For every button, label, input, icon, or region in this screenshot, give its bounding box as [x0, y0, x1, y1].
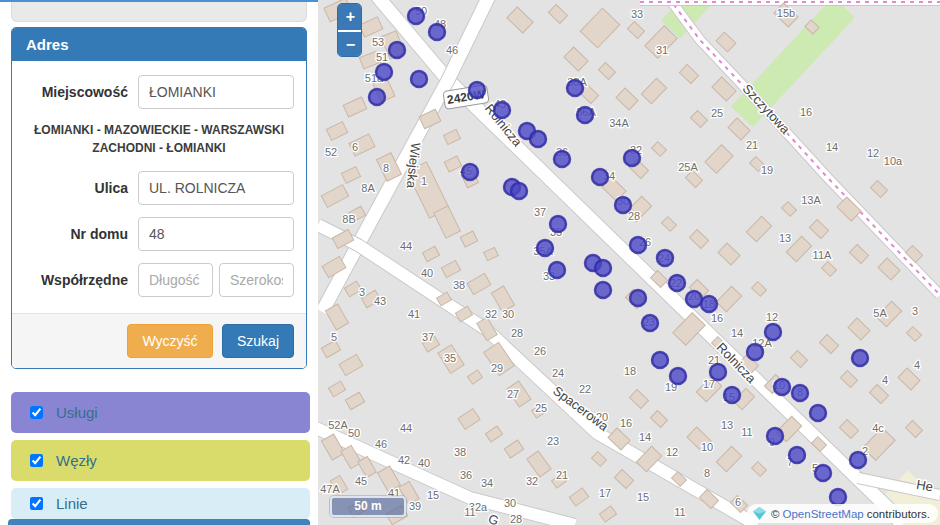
map-marker[interactable] — [686, 291, 702, 307]
house-number-label: 37 — [422, 331, 434, 343]
house-number-label: 21 — [556, 469, 568, 481]
house-number-label: 38 — [453, 279, 465, 291]
map-marker[interactable] — [595, 260, 611, 276]
map-marker[interactable] — [549, 262, 565, 278]
adres-panel: Adres Miejscowość ŁOMIANKI - MAZOWIECKIE… — [11, 27, 307, 369]
map-marker[interactable] — [567, 80, 583, 96]
layer-row-wezly[interactable]: Węzły — [11, 440, 310, 481]
miejscowosc-input[interactable] — [138, 75, 294, 109]
house-number-label: 28 — [510, 513, 522, 525]
house-number-label: 5 — [331, 331, 337, 343]
house-number-label: 33 — [631, 8, 643, 20]
search-button[interactable]: Szukaj — [222, 324, 294, 358]
map-marker[interactable] — [537, 240, 553, 256]
map-marker[interactable] — [595, 282, 611, 298]
map-marker[interactable] — [724, 387, 740, 403]
map-marker[interactable] — [530, 131, 546, 147]
next-panel-header-stub[interactable] — [8, 519, 310, 525]
house-number-label: 12 — [766, 311, 778, 323]
house-number-label: 8B — [342, 213, 355, 225]
map-marker[interactable] — [550, 216, 566, 232]
house-number-label: 1 — [421, 175, 427, 187]
map-marker[interactable] — [630, 237, 646, 253]
map-marker[interactable] — [792, 385, 808, 401]
map-marker[interactable] — [747, 344, 763, 360]
nr-domu-label: Nr domu — [24, 226, 138, 242]
map-marker[interactable] — [830, 489, 846, 505]
house-number-label: 44 — [400, 240, 412, 252]
uslugi-checkbox[interactable] — [30, 406, 43, 419]
map-container[interactable]: 504853514651a52688A8B1454344403834341537… — [318, 0, 940, 525]
dlugosc-input[interactable] — [138, 263, 213, 297]
map-marker[interactable] — [810, 405, 826, 421]
map-marker[interactable] — [577, 107, 593, 123]
adres-panel-body: Miejscowość ŁOMIANKI - MAZOWIECKIE - WAR… — [12, 61, 306, 313]
adres-panel-footer: Wyczyść Szukaj — [12, 313, 306, 368]
house-number-label: 36 — [460, 469, 472, 481]
map-marker[interactable] — [852, 350, 868, 366]
map-marker[interactable] — [642, 315, 658, 331]
map-marker[interactable] — [767, 428, 783, 444]
nr-domu-input[interactable] — [138, 217, 294, 251]
map-marker[interactable] — [624, 150, 640, 166]
openstreetmap-link[interactable]: OpenStreetMap — [783, 508, 864, 520]
map-marker[interactable] — [701, 296, 717, 312]
house-number-label: 14 — [731, 327, 743, 339]
map-marker[interactable] — [511, 183, 527, 199]
map-marker[interactable] — [389, 42, 405, 58]
linie-checkbox[interactable] — [30, 497, 43, 510]
house-number-label: 27 — [507, 388, 519, 400]
map-marker[interactable] — [669, 275, 685, 291]
miejscowosc-row: Miejscowość — [24, 75, 294, 109]
sidebar: Adres Miejscowość ŁOMIANKI - MAZOWIECKIE… — [0, 0, 318, 525]
map-marker[interactable] — [657, 250, 673, 266]
map-marker[interactable] — [429, 24, 445, 40]
map-marker[interactable] — [789, 447, 805, 463]
house-number-label: 23 — [547, 435, 559, 447]
map-marker[interactable] — [554, 151, 570, 167]
house-number-label: 6 — [735, 496, 741, 508]
szerokosc-input[interactable] — [219, 263, 294, 297]
map-marker[interactable] — [652, 352, 668, 368]
map-marker[interactable] — [710, 364, 726, 380]
house-number-label: 35 — [444, 352, 456, 364]
layer-row-uslugi[interactable]: Usługi — [11, 392, 310, 433]
collapsed-panel-stub[interactable] — [11, 2, 307, 22]
map-marker[interactable] — [462, 164, 478, 180]
zoom-out-button[interactable]: − — [338, 30, 362, 56]
house-number-label: 52A — [328, 419, 348, 431]
ulica-input[interactable] — [138, 171, 294, 205]
map-marker[interactable] — [615, 197, 631, 213]
wezly-checkbox[interactable] — [30, 454, 43, 467]
map-marker[interactable] — [765, 324, 781, 340]
attribution-suffix: contributors. — [867, 508, 930, 520]
house-number-label: 28 — [628, 210, 640, 222]
house-number-label: 19 — [761, 164, 773, 176]
clear-button[interactable]: Wyczyść — [127, 324, 212, 358]
map-canvas[interactable]: 504853514651a52688A8B1454344403834341537… — [318, 0, 940, 525]
nr-domu-row: Nr domu — [24, 217, 294, 251]
map-marker[interactable] — [670, 368, 686, 384]
map-marker[interactable] — [411, 71, 427, 87]
house-number-label: 32 — [485, 308, 497, 320]
map-marker[interactable] — [850, 452, 866, 468]
house-number-label: 14 — [639, 431, 651, 443]
map-marker[interactable] — [494, 102, 510, 118]
house-number-label: 40 — [421, 267, 433, 279]
house-number-label: 3 — [359, 286, 365, 298]
house-number-label: 43 — [374, 295, 386, 307]
house-number-label: 22 — [579, 383, 591, 395]
map-marker[interactable] — [815, 465, 831, 481]
map-marker[interactable] — [369, 89, 385, 105]
house-number-label: 13A — [801, 194, 821, 206]
house-number-label: 46 — [375, 438, 387, 450]
layer-row-linie[interactable]: Linie — [11, 488, 310, 519]
map-marker[interactable] — [376, 64, 392, 80]
map-marker[interactable] — [630, 290, 646, 306]
app-root: Adres Miejscowość ŁOMIANKI - MAZOWIECKIE… — [0, 0, 940, 525]
map-marker[interactable] — [408, 8, 424, 24]
map-marker[interactable] — [774, 379, 790, 395]
map-marker[interactable] — [592, 169, 608, 185]
zoom-in-button[interactable]: + — [338, 4, 362, 30]
map-marker[interactable] — [469, 82, 485, 98]
